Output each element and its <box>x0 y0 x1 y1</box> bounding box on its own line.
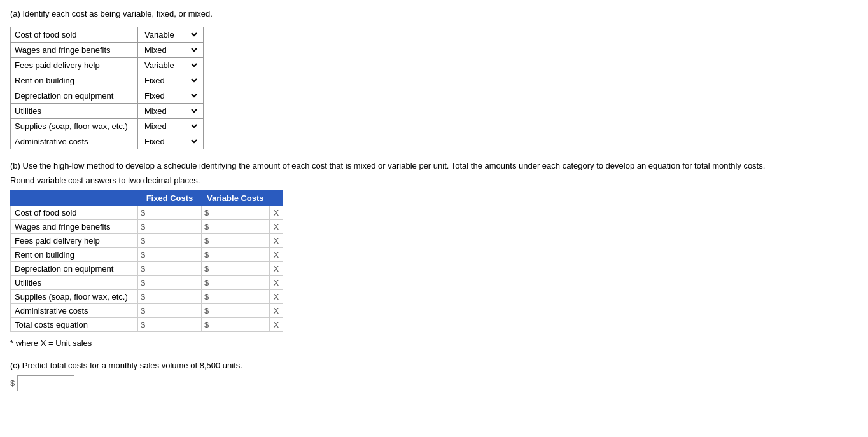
part-b-fixed-dollar-5: $ <box>141 278 145 288</box>
part-b-label-8: Total costs equation <box>11 318 138 332</box>
part-b-fixed-dollar-3: $ <box>141 250 145 260</box>
part-b-variable-dollar-3: $ <box>204 250 209 260</box>
part-a-label-3: Rent on building <box>11 73 138 88</box>
part-c-dollar-sign: $ <box>10 378 15 388</box>
part-b-variable-input-5[interactable] <box>209 278 260 288</box>
part-c-input-wrapper: $ <box>10 375 858 391</box>
part-b-variable-cell-6[interactable]: $ <box>202 290 270 304</box>
part-b-fixed-input-3[interactable] <box>145 250 196 260</box>
part-b-fixed-input-2[interactable] <box>145 236 196 246</box>
part-b-fixed-cell-3[interactable]: $ <box>138 248 202 262</box>
part-a-label-7: Administrative costs <box>11 134 138 149</box>
part-b-variable-input-8[interactable] <box>209 320 260 329</box>
part-b-fixed-input-7[interactable] <box>145 306 196 316</box>
part-a-label-0: Cost of food sold <box>11 27 138 42</box>
part-b-fixed-cell-7[interactable]: $ <box>138 304 202 318</box>
part-a-select-cell-2[interactable]: VariableFixedMixed <box>138 57 204 73</box>
part-b-label-7: Administrative costs <box>11 304 138 318</box>
part-a-select-1[interactable]: VariableFixedMixed <box>142 45 199 55</box>
part-a-table: Cost of food soldVariableFixedMixedWages… <box>10 27 204 149</box>
part-b-label-6: Supplies (soap, floor wax, etc.) <box>11 290 138 304</box>
part-b-fixed-input-0[interactable] <box>145 208 196 218</box>
part-a-select-cell-0[interactable]: VariableFixedMixed <box>138 27 204 42</box>
part-b-variable-dollar-7: $ <box>204 306 209 316</box>
part-b-variable-input-2[interactable] <box>209 236 260 246</box>
part-b-variable-input-1[interactable] <box>209 222 260 232</box>
part-b-variable-cell-3[interactable]: $ <box>202 248 270 262</box>
part-b-fixed-cell-5[interactable]: $ <box>138 276 202 290</box>
part-b-fixed-input-8[interactable] <box>145 320 196 329</box>
part-b-variable-cell-7[interactable]: $ <box>202 304 270 318</box>
part-b-fixed-dollar-6: $ <box>141 292 145 302</box>
part-b-variable-input-7[interactable] <box>209 306 260 316</box>
col-header-variable: Variable Costs <box>202 191 270 206</box>
part-b-label-3: Rent on building <box>11 248 138 262</box>
col-header-fixed: Fixed Costs <box>138 191 202 206</box>
part-a-select-3[interactable]: VariableFixedMixed <box>142 75 199 86</box>
part-b-variable-cell-1[interactable]: $ <box>202 220 270 234</box>
part-b-fixed-dollar-7: $ <box>141 306 145 316</box>
part-a-select-cell-7[interactable]: VariableFixedMixed <box>138 134 204 149</box>
part-b-variable-cell-8[interactable]: $ <box>202 318 270 332</box>
part-b-fixed-cell-8[interactable]: $ <box>138 318 202 332</box>
part-b-fixed-dollar-4: $ <box>141 264 145 274</box>
part-a-select-cell-4[interactable]: VariableFixedMixed <box>138 88 204 103</box>
part-b-fixed-cell-6[interactable]: $ <box>138 290 202 304</box>
part-c-input[interactable] <box>17 375 74 391</box>
col-header-empty <box>269 191 283 206</box>
part-a-select-4[interactable]: VariableFixedMixed <box>142 90 199 101</box>
part-b-variable-dollar-6: $ <box>204 292 209 302</box>
part-b-fixed-cell-1[interactable]: $ <box>138 220 202 234</box>
part-b-x-cell-3: X <box>269 248 283 262</box>
part-b-variable-input-6[interactable] <box>209 292 260 302</box>
part-b-fixed-cell-2[interactable]: $ <box>138 234 202 248</box>
round-note: Round variable cost answers to two decim… <box>10 176 858 185</box>
part-a-label-5: Utilities <box>11 103 138 118</box>
part-b-x-cell-8: X <box>269 318 283 332</box>
part-b-x-cell-6: X <box>269 290 283 304</box>
part-b-fixed-input-6[interactable] <box>145 292 196 302</box>
part-a-select-7[interactable]: VariableFixedMixed <box>142 136 199 147</box>
part-a-select-2[interactable]: VariableFixedMixed <box>142 60 199 71</box>
part-b-variable-cell-5[interactable]: $ <box>202 276 270 290</box>
part-b-variable-cell-4[interactable]: $ <box>202 262 270 276</box>
part-b-fixed-input-1[interactable] <box>145 222 196 232</box>
part-b-table: Fixed Costs Variable Costs Cost of food … <box>10 190 283 332</box>
part-a-select-5[interactable]: VariableFixedMixed <box>142 106 199 116</box>
part-b-variable-input-0[interactable] <box>209 208 260 218</box>
part-a-select-0[interactable]: VariableFixedMixed <box>142 29 199 40</box>
part-a-select-cell-1[interactable]: VariableFixedMixed <box>138 42 204 57</box>
part-b-variable-input-4[interactable] <box>209 264 260 274</box>
part-a-label-1: Wages and fringe benefits <box>11 42 138 57</box>
part-b-instruction: (b) Use the high-low method to develop a… <box>10 160 858 172</box>
part-a-label-2: Fees paid delivery help <box>11 57 138 73</box>
part-b-fixed-input-5[interactable] <box>145 278 196 288</box>
part-b-variable-input-3[interactable] <box>209 250 260 260</box>
part-a-label-4: Depreciation on equipment <box>11 88 138 103</box>
part-a-select-6[interactable]: VariableFixedMixed <box>142 121 199 132</box>
part-b-variable-cell-2[interactable]: $ <box>202 234 270 248</box>
part-b-x-cell-1: X <box>269 220 283 234</box>
part-a-select-cell-5[interactable]: VariableFixedMixed <box>138 103 204 118</box>
part-b-fixed-input-4[interactable] <box>145 264 196 274</box>
part-c-instruction: (c) Predict total costs for a monthly sa… <box>10 361 858 370</box>
part-b-label-2: Fees paid delivery help <box>11 234 138 248</box>
part-b-variable-dollar-2: $ <box>204 236 209 246</box>
part-b-fixed-cell-0[interactable]: $ <box>138 206 202 220</box>
col-header-label <box>11 191 138 206</box>
part-b-label-5: Utilities <box>11 276 138 290</box>
part-b-x-cell-7: X <box>269 304 283 318</box>
part-b-label-4: Depreciation on equipment <box>11 262 138 276</box>
part-c-section: (c) Predict total costs for a monthly sa… <box>10 361 858 391</box>
part-b-fixed-dollar-8: $ <box>141 320 145 329</box>
part-b-x-cell-5: X <box>269 276 283 290</box>
part-b-variable-dollar-0: $ <box>204 208 209 218</box>
part-b-variable-cell-0[interactable]: $ <box>202 206 270 220</box>
part-b-x-cell-2: X <box>269 234 283 248</box>
where-note: * where X = Unit sales <box>10 338 858 348</box>
part-a-select-cell-6[interactable]: VariableFixedMixed <box>138 118 204 134</box>
part-b-fixed-dollar-1: $ <box>141 222 145 232</box>
part-b-fixed-cell-4[interactable]: $ <box>138 262 202 276</box>
part-b-label-0: Cost of food sold <box>11 206 138 220</box>
part-a-select-cell-3[interactable]: VariableFixedMixed <box>138 73 204 88</box>
